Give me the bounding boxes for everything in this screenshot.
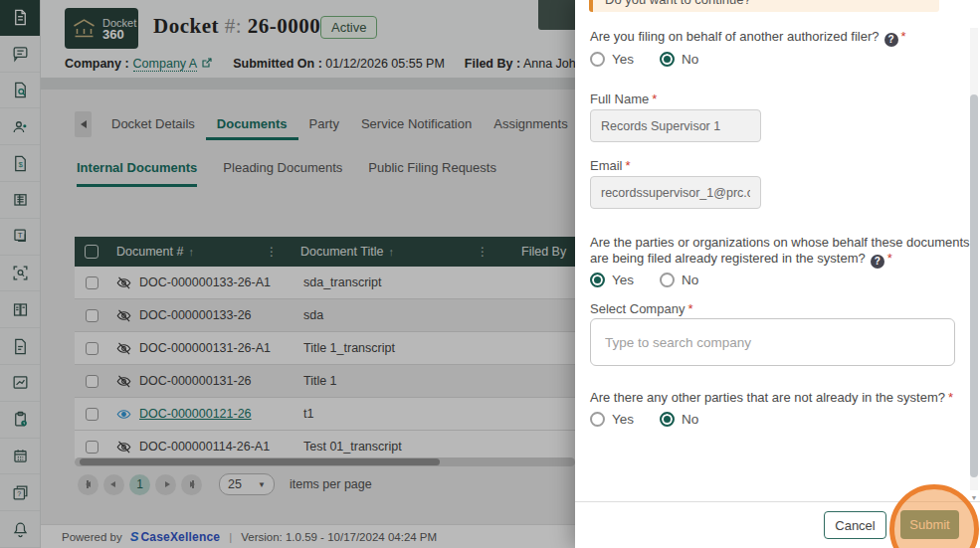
question-text: Are there any other parties that are not… xyxy=(590,390,945,405)
help-icon[interactable]: ? xyxy=(871,255,884,269)
filing-drawer: Do you want to continue? Are you filing … xyxy=(575,0,980,548)
radio-icon xyxy=(590,52,605,67)
radio-icon xyxy=(590,412,605,427)
authorized-filer-radio-group: Yes No xyxy=(590,52,698,67)
radio-selected-icon xyxy=(660,412,675,427)
radio-label: No xyxy=(682,273,698,287)
modal-overlay[interactable] xyxy=(0,0,575,548)
select-company-label: Select Company* xyxy=(590,301,692,316)
full-name-label: Full Name* xyxy=(590,91,657,106)
radio-label: Yes xyxy=(612,412,634,427)
radio-label: Yes xyxy=(612,273,634,287)
help-icon[interactable]: ? xyxy=(884,33,898,47)
app-screen: $ T ? xyxy=(0,0,980,548)
radio-no[interactable]: No xyxy=(660,273,698,287)
submit-button[interactable]: Submit xyxy=(900,510,959,539)
drawer-scrollbar-thumb[interactable] xyxy=(970,94,978,477)
other-parties-radio-group: Yes No xyxy=(590,412,698,427)
radio-no[interactable]: No xyxy=(660,412,698,427)
radio-label: No xyxy=(682,52,698,67)
full-name-field[interactable] xyxy=(590,109,761,142)
required-asterisk: * xyxy=(901,29,906,44)
parties-registered-radio-group: Yes No xyxy=(590,273,698,287)
required-asterisk: * xyxy=(652,91,657,106)
company-search-input[interactable] xyxy=(590,318,955,366)
scrollbar-down-arrow-icon[interactable]: ▼ xyxy=(970,494,978,501)
question-other-parties: Are there any other parties that are not… xyxy=(590,390,972,406)
radio-label: Yes xyxy=(612,52,634,67)
required-asterisk: * xyxy=(887,251,892,266)
radio-label: No xyxy=(682,412,698,427)
question-text: Are the parties or organizations on whos… xyxy=(590,235,970,266)
radio-selected-icon xyxy=(590,273,605,287)
radio-yes[interactable]: Yes xyxy=(590,412,634,427)
confirm-alert: Do you want to continue? xyxy=(589,0,939,12)
alert-text: Do you want to continue? xyxy=(605,0,751,7)
label-text: Email xyxy=(590,158,623,173)
required-asterisk: * xyxy=(687,301,692,316)
question-authorized-filer: Are you filing on behalf of another auth… xyxy=(590,29,972,47)
cancel-button[interactable]: Cancel xyxy=(824,511,886,539)
required-asterisk: * xyxy=(626,158,631,173)
email-field[interactable] xyxy=(590,176,761,209)
radio-selected-icon xyxy=(660,52,675,67)
label-text: Select Company xyxy=(590,301,685,316)
radio-no[interactable]: No xyxy=(660,52,698,67)
required-asterisk: * xyxy=(948,390,953,405)
radio-yes[interactable]: Yes xyxy=(590,273,634,287)
drawer-footer: Cancel Submit xyxy=(575,501,980,548)
question-text: Are you filing on behalf of another auth… xyxy=(590,29,880,44)
question-parties-registered: Are the parties or organizations on whos… xyxy=(590,235,972,269)
radio-yes[interactable]: Yes xyxy=(590,52,634,67)
label-text: Full Name xyxy=(590,91,649,106)
email-label: Email* xyxy=(590,158,631,173)
radio-icon xyxy=(660,273,675,287)
